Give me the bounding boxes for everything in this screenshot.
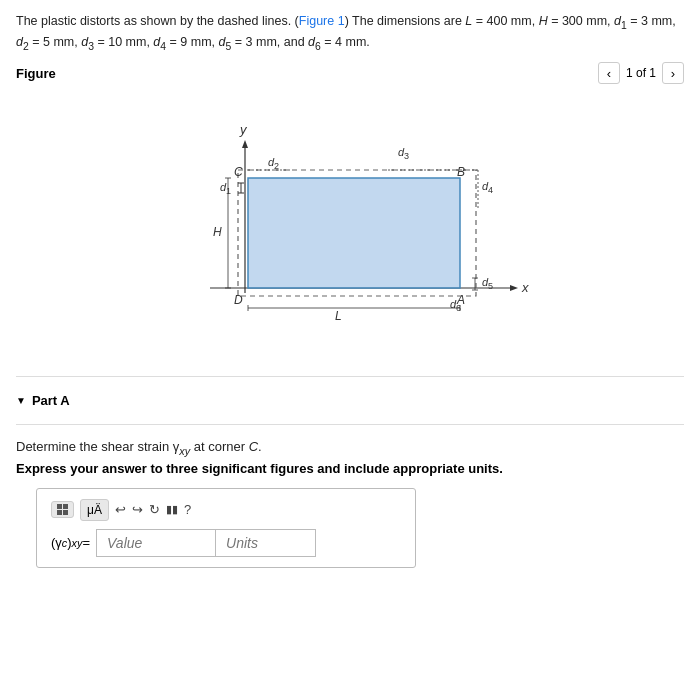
answer-box: μÄ ↩ ↪ ↻ ▮▮ ? (γc)xy = bbox=[36, 488, 416, 568]
svg-text:B: B bbox=[457, 165, 465, 179]
keyboard-button[interactable]: ▮▮ bbox=[166, 503, 178, 516]
redo-button[interactable]: ↪ bbox=[132, 502, 143, 517]
svg-text:x: x bbox=[521, 280, 529, 295]
mu-alpha-label: μÄ bbox=[87, 503, 102, 517]
figure-link[interactable]: Figure 1 bbox=[299, 14, 345, 28]
part-a-label: Part A bbox=[32, 393, 70, 408]
toolbar-row: μÄ ↩ ↪ ↻ ▮▮ ? bbox=[51, 499, 401, 521]
nav-controls: ‹ 1 of 1 › bbox=[598, 62, 684, 84]
figure-label: Figure bbox=[16, 66, 56, 81]
svg-text:H: H bbox=[213, 225, 222, 239]
problem-text: The plastic distorts as shown by the das… bbox=[16, 12, 684, 54]
units-input[interactable] bbox=[216, 529, 316, 557]
superscript-button[interactable] bbox=[51, 501, 74, 518]
svg-marker-4 bbox=[242, 140, 248, 148]
svg-text:3: 3 bbox=[404, 151, 409, 161]
next-figure-button[interactable]: › bbox=[662, 62, 684, 84]
svg-marker-1 bbox=[510, 285, 518, 291]
value-input[interactable] bbox=[96, 529, 216, 557]
help-button[interactable]: ? bbox=[184, 502, 191, 517]
part-a-content: Determine the shear strain γxy at corner… bbox=[16, 433, 684, 578]
figure-area: x y C H D A B L bbox=[16, 88, 684, 368]
part-a-divider bbox=[16, 424, 684, 425]
svg-text:4: 4 bbox=[488, 185, 493, 195]
undo-button[interactable]: ↩ bbox=[115, 502, 126, 517]
part-a-header[interactable]: ▼ Part A bbox=[16, 385, 684, 416]
input-row: (γc)xy = bbox=[51, 529, 401, 557]
svg-text:D: D bbox=[234, 293, 243, 307]
svg-text:y: y bbox=[239, 122, 248, 137]
svg-rect-7 bbox=[248, 178, 460, 288]
instruction-text-2: Express your answer to three significant… bbox=[16, 461, 684, 476]
svg-text:1: 1 bbox=[226, 186, 231, 196]
instruction-text-1: Determine the shear strain γxy at corner… bbox=[16, 439, 684, 457]
svg-text:5: 5 bbox=[488, 281, 493, 291]
figure-diagram: x y C H D A B L bbox=[150, 98, 550, 348]
prev-figure-button[interactable]: ‹ bbox=[598, 62, 620, 84]
input-label: (γc)xy = bbox=[51, 529, 90, 557]
svg-text:C: C bbox=[234, 165, 243, 179]
mu-alpha-button[interactable]: μÄ bbox=[80, 499, 109, 521]
figure-nav: Figure ‹ 1 of 1 › bbox=[16, 62, 684, 84]
svg-text:2: 2 bbox=[274, 161, 279, 171]
collapse-icon: ▼ bbox=[16, 395, 26, 406]
refresh-button[interactable]: ↻ bbox=[149, 502, 160, 517]
figure-page-indicator: 1 of 1 bbox=[626, 66, 656, 80]
section-divider bbox=[16, 376, 684, 377]
svg-text:L: L bbox=[335, 309, 342, 323]
